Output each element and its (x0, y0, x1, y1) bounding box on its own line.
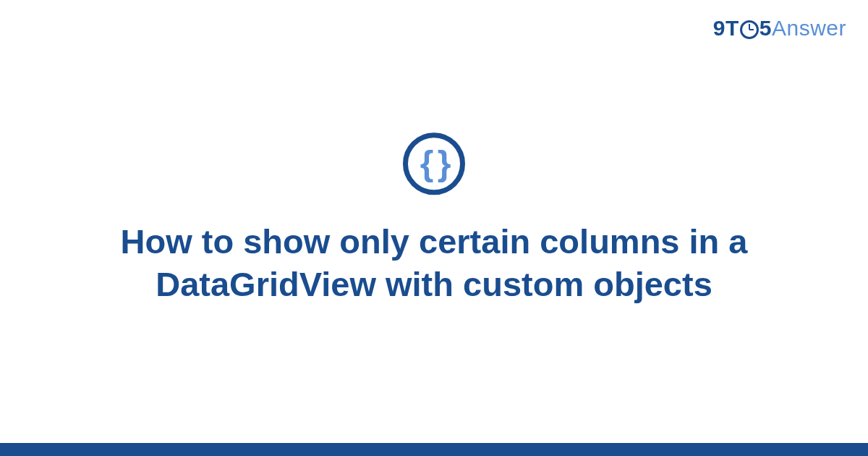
brand-logo: 9T5Answer (713, 16, 846, 41)
question-title: How to show only certain columns in a Da… (87, 221, 781, 306)
clock-icon (740, 20, 759, 39)
brand-suffix: Answer (772, 16, 846, 40)
topic-icon-circle: { } (403, 132, 465, 195)
footer-bar (0, 443, 868, 456)
code-braces-icon: { } (420, 146, 448, 181)
main-content: { } How to show only certain columns in … (43, 132, 825, 306)
brand-middle: 5 (760, 16, 772, 40)
brand-prefix: 9T (713, 16, 739, 40)
